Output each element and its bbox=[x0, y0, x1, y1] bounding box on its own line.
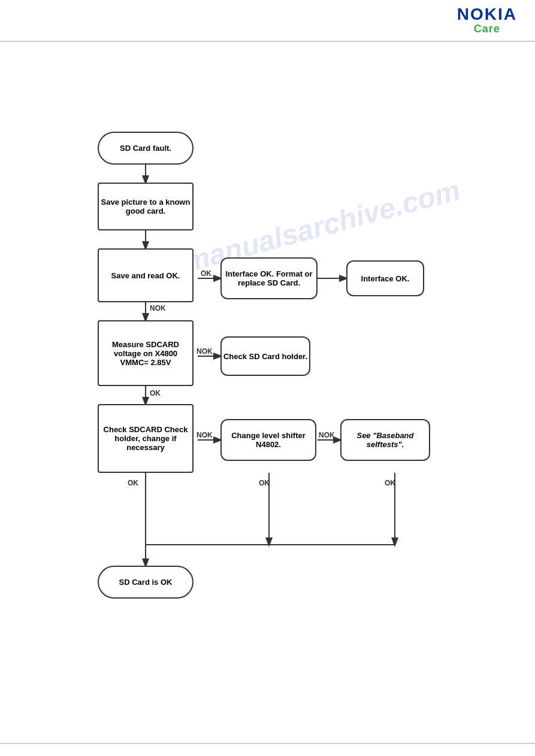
change-level-box: Change level shifter N4802. bbox=[220, 419, 316, 461]
nokia-logo: NOKIA Care bbox=[457, 6, 517, 35]
check-sdcard-box: Check SDCARD Check holder, change if nec… bbox=[98, 404, 194, 473]
ok5-label: OK bbox=[128, 479, 138, 487]
interface-format-box: Interface OK. Format or replace SD Card. bbox=[220, 257, 318, 299]
ok4-label: OK bbox=[385, 479, 395, 487]
ok2-label: OK bbox=[150, 389, 161, 397]
save-read-box: Save and read OK. bbox=[98, 248, 194, 302]
flowchart-arrows bbox=[0, 54, 535, 732]
check-holder-box: Check SD Card holder. bbox=[220, 336, 310, 376]
nok2-label: NOK bbox=[197, 347, 213, 356]
header: NOKIA Care bbox=[0, 0, 535, 42]
footer bbox=[0, 743, 535, 744]
care-brand: Care bbox=[457, 23, 517, 35]
nok3-label: NOK bbox=[197, 431, 213, 439]
nok4-label: NOK bbox=[319, 431, 335, 439]
ok1-label: OK bbox=[201, 269, 211, 278]
see-baseband-box: See "Baseband selftests". bbox=[340, 419, 430, 461]
sd-ok-box: SD Card is OK bbox=[98, 566, 194, 599]
nok1-label: NOK bbox=[150, 304, 166, 312]
flowchart: SD Card fault. Save picture to a known g… bbox=[0, 54, 535, 732]
interface-ok-box: Interface OK. bbox=[346, 260, 424, 296]
save-picture-box: Save picture to a known good card. bbox=[98, 183, 194, 230]
sd-card-fault-box: SD Card fault. bbox=[98, 132, 194, 165]
nokia-brand: NOKIA bbox=[457, 6, 517, 23]
ok3-label: OK bbox=[259, 479, 270, 487]
measure-sd-box: Measure SDCARD voltage on X4800 VMMC= 2.… bbox=[98, 320, 194, 386]
